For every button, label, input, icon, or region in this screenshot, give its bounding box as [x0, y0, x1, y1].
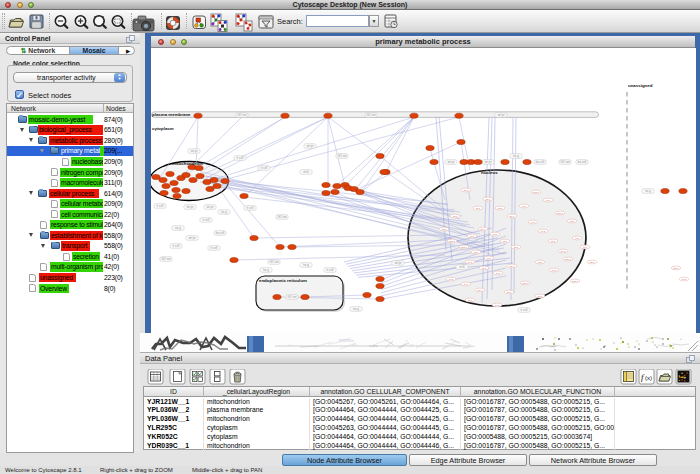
svg-text:bo c: bo c: [510, 265, 515, 268]
svg-text:GO c: GO c: [565, 258, 572, 261]
svg-text:set pr: set pr: [484, 160, 491, 164]
svg-text:st g: st g: [474, 251, 479, 254]
svg-text:tr b: tr b: [531, 221, 535, 224]
svg-text:st g: st g: [476, 207, 481, 210]
svg-text:st g: st g: [498, 207, 503, 210]
svg-text:tr cell: tr cell: [211, 246, 218, 250]
svg-text:bo c: bo c: [510, 215, 515, 218]
svg-text:tr b: tr b: [575, 237, 579, 240]
svg-text:GO c: GO c: [533, 191, 540, 194]
svg-text:pr g: pr g: [561, 250, 566, 253]
svg-text:set pr: set pr: [206, 205, 213, 209]
svg-text:bo c: bo c: [486, 198, 491, 201]
svg-text:st g: st g: [507, 291, 512, 294]
svg-text:tr b: tr b: [468, 299, 472, 302]
svg-text:tra g: tra g: [175, 226, 181, 230]
svg-text:tr b: tr b: [583, 246, 587, 249]
svg-text:set pr: set pr: [306, 144, 313, 148]
svg-text:tr cell: tr cell: [157, 204, 164, 208]
svg-text:int b: int b: [459, 265, 465, 269]
svg-text:GO set: GO set: [161, 257, 170, 261]
svg-text:tra g: tra g: [645, 189, 651, 193]
svg-text:int b: int b: [303, 170, 309, 174]
svg-text:nucleus: nucleus: [481, 170, 498, 175]
svg-text:tr b: tr b: [470, 235, 474, 238]
svg-text:GO c: GO c: [449, 240, 456, 243]
svg-text:tra g: tra g: [303, 263, 309, 267]
svg-text:GO c: GO c: [522, 282, 529, 285]
svg-text:bo cell: bo cell: [578, 160, 587, 164]
svg-text:GO set: GO set: [337, 154, 346, 158]
svg-text:set pr: set pr: [447, 160, 454, 164]
svg-text:bo c: bo c: [478, 289, 483, 292]
svg-text:pr g: pr g: [449, 278, 454, 281]
svg-text:tra g: tra g: [263, 268, 269, 272]
svg-text:bo c: bo c: [481, 228, 486, 231]
svg-text:tr cell: tr cell: [237, 156, 244, 160]
svg-text:tr cell: tr cell: [521, 308, 528, 312]
svg-text:tr cell: tr cell: [261, 166, 268, 170]
svg-text:st g: st g: [538, 295, 543, 298]
svg-text:GO set: GO set: [269, 260, 278, 264]
svg-text:set pr: set pr: [186, 205, 193, 209]
svg-text:tr cell: tr cell: [173, 244, 180, 248]
svg-text:set pr: set pr: [190, 149, 197, 153]
svg-text:tr cell: tr cell: [203, 218, 210, 222]
svg-text:GO c: GO c: [572, 280, 579, 283]
svg-text:tr b: tr b: [487, 257, 491, 260]
svg-text:tr cell: tr cell: [327, 268, 334, 272]
svg-text:st g: st g: [570, 220, 575, 223]
svg-text:tr b: tr b: [464, 283, 468, 286]
svg-text:GO c: GO c: [461, 246, 468, 249]
svg-text:pr g: pr g: [495, 304, 500, 307]
svg-text:pr g: pr g: [541, 230, 546, 233]
svg-text:st g: st g: [538, 261, 543, 264]
svg-text:mitochondrion: mitochondrion: [172, 161, 203, 166]
svg-text:st g: st g: [442, 228, 447, 231]
svg-text:GO set: GO set: [277, 215, 286, 219]
svg-text:st g: st g: [503, 240, 508, 243]
svg-text:GO c: GO c: [673, 267, 680, 270]
svg-text:GO set: GO set: [366, 113, 375, 117]
svg-text:GO c: GO c: [557, 212, 564, 215]
svg-text:set pr: set pr: [394, 261, 401, 265]
svg-text:set pr: set pr: [497, 113, 504, 117]
svg-text:set pr: set pr: [188, 236, 195, 240]
svg-text:st g: st g: [482, 267, 487, 270]
svg-text:GO set: GO set: [287, 295, 296, 299]
svg-text:tra g: tra g: [353, 307, 359, 311]
svg-text:GO set: GO set: [560, 160, 569, 164]
svg-text:bo cell: bo cell: [216, 231, 225, 235]
svg-text:pr g: pr g: [682, 278, 687, 281]
svg-text:unassigned: unassigned: [628, 83, 653, 88]
svg-text:tra g: tra g: [513, 154, 519, 158]
svg-text:st g: st g: [590, 261, 595, 264]
svg-text:bo cell: bo cell: [536, 160, 545, 164]
svg-text:tr cell: tr cell: [247, 206, 254, 210]
svg-text:tr b: tr b: [546, 199, 550, 202]
svg-text:st g: st g: [453, 215, 458, 218]
svg-text:tra g: tra g: [221, 210, 227, 214]
svg-text:pr g: pr g: [552, 269, 557, 272]
svg-text:bo c: bo c: [464, 189, 469, 192]
svg-text:tr b: tr b: [496, 272, 500, 275]
svg-text:endoplasmic reticulum: endoplasmic reticulum: [259, 278, 307, 283]
svg-text:cytoplasm: cytoplasm: [152, 126, 174, 131]
svg-text:GO set: GO set: [237, 113, 246, 117]
svg-text:tr b: tr b: [522, 205, 526, 208]
svg-text:plasma membrane: plasma membrane: [152, 112, 191, 117]
svg-text:st g: st g: [514, 246, 519, 249]
svg-text:(x): (x): [645, 375, 652, 381]
svg-text:tr b: tr b: [493, 233, 497, 236]
svg-text:st g: st g: [551, 240, 556, 243]
svg-text:pr g: pr g: [468, 261, 473, 264]
